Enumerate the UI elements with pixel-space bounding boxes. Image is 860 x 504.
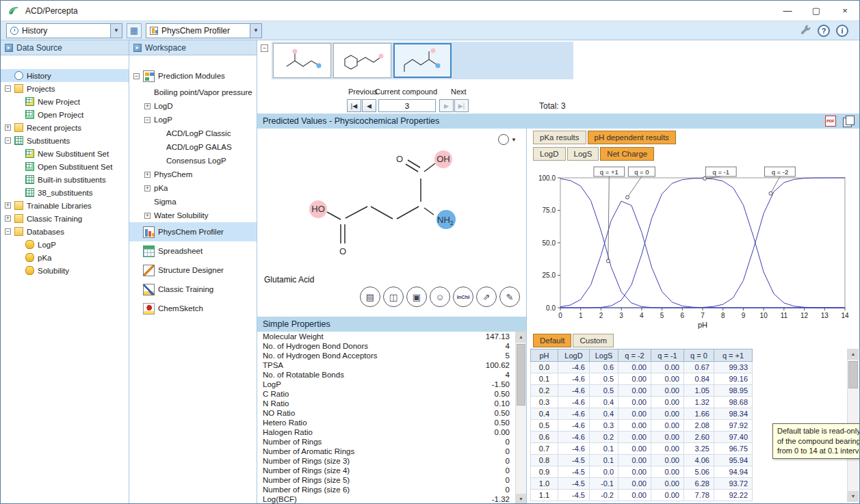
property-row[interactable]: Number of Rings (size 6) 0 bbox=[257, 485, 515, 494]
cell-logs[interactable]: 0.3 bbox=[590, 420, 618, 432]
table-row[interactable]: 0.4 -4.6 0.4 0.00 0.00 1.66 98.34 bbox=[531, 408, 753, 420]
tree-item[interactable]: Substituents bbox=[1, 134, 129, 147]
current-compound-input[interactable] bbox=[378, 99, 436, 112]
cell-q-minus1[interactable]: 0.00 bbox=[651, 420, 684, 432]
tree-item[interactable]: Solubility bbox=[1, 264, 129, 277]
tree-item[interactable]: Classic Training bbox=[1, 212, 129, 225]
property-row[interactable]: NO Ratio 0.50 bbox=[257, 408, 515, 418]
tree-item[interactable]: History bbox=[1, 69, 129, 82]
cell-q-plus1[interactable]: 95.94 bbox=[714, 455, 753, 466]
chevron-down-icon[interactable]: ▼ bbox=[110, 24, 122, 38]
tree-item[interactable]: Open Substituent Set bbox=[1, 160, 129, 173]
cell-logs[interactable]: 0.5 bbox=[590, 385, 618, 397]
table-row[interactable]: 0.0 -4.6 0.6 0.00 0.00 0.67 99.33 bbox=[531, 362, 753, 373]
tree-item[interactable]: PhysChem bbox=[129, 168, 257, 181]
cell-q-minus1[interactable]: 0.00 bbox=[651, 443, 684, 455]
table-row[interactable]: 1.1 -4.5 -0.2 0.00 0.00 7.78 92.22 bbox=[531, 490, 753, 501]
cell-logd[interactable]: -4.6 bbox=[558, 397, 590, 408]
cell-logd[interactable]: -4.5 bbox=[558, 466, 590, 478]
table-row[interactable]: 0.8 -4.5 0.1 0.00 0.00 4.06 95.94 bbox=[531, 455, 753, 466]
property-row[interactable]: Number of Rings (size 5) 0 bbox=[257, 475, 515, 485]
scroll-up-icon[interactable] bbox=[848, 349, 859, 360]
cell-q-plus1[interactable]: 98.34 bbox=[714, 408, 753, 420]
module-dropdown[interactable]: PhysChem Profiler ▼ bbox=[146, 23, 262, 38]
display-options-dropdown[interactable]: ▼ bbox=[498, 134, 517, 145]
table-row[interactable]: 1.0 -4.5 -0.1 0.00 0.00 6.28 93.72 bbox=[531, 478, 753, 490]
tree-item[interactable]: New Project bbox=[1, 95, 129, 108]
tree-item[interactable]: Structure Designer bbox=[129, 261, 257, 280]
cell-q-minus2[interactable]: 0.00 bbox=[618, 432, 651, 443]
cell-q-0[interactable]: 7.78 bbox=[684, 490, 714, 501]
cell-ph[interactable]: 0.4 bbox=[531, 408, 558, 420]
cell-ph[interactable]: 0.6 bbox=[531, 432, 558, 443]
cell-q-minus2[interactable]: 0.00 bbox=[618, 455, 651, 466]
compound-thumbnail[interactable] bbox=[333, 43, 391, 78]
tree-item[interactable]: Boiling point/Vapor pressure bbox=[129, 85, 257, 99]
table-mode-tab[interactable]: Default bbox=[533, 334, 571, 347]
tree-item[interactable]: New Substituent Set bbox=[1, 147, 129, 160]
scroll-down-icon[interactable] bbox=[516, 494, 526, 504]
cell-q-plus1[interactable]: 99.16 bbox=[714, 373, 753, 385]
expander-icon[interactable] bbox=[144, 117, 151, 123]
cell-q-minus2[interactable]: 0.00 bbox=[618, 373, 651, 385]
inchi-icon[interactable]: InChI bbox=[453, 287, 473, 307]
expander-icon[interactable] bbox=[144, 172, 151, 178]
tree-item[interactable]: Projects bbox=[1, 82, 129, 95]
cell-ph[interactable]: 1.1 bbox=[531, 490, 558, 501]
tree-item[interactable]: LogP bbox=[129, 113, 257, 127]
cell-q-plus1[interactable]: 92.22 bbox=[714, 490, 753, 501]
results-tab[interactable]: pH dependent results bbox=[588, 131, 676, 144]
cell-q-0[interactable]: 2.08 bbox=[684, 420, 714, 432]
cell-logd[interactable]: -4.6 bbox=[558, 362, 590, 373]
chevron-down-icon[interactable]: ▼ bbox=[250, 24, 261, 38]
cell-q-minus2[interactable]: 0.00 bbox=[618, 443, 651, 455]
cell-q-0[interactable]: 2.60 bbox=[684, 432, 714, 443]
cell-ph[interactable]: 0.9 bbox=[531, 466, 558, 478]
expander-icon[interactable] bbox=[5, 228, 11, 235]
magnify-structure-icon[interactable]: ◫ bbox=[383, 287, 404, 307]
column-header[interactable]: q = +1 bbox=[714, 349, 753, 362]
result-type-tab[interactable]: Net Charge bbox=[600, 147, 654, 161]
cell-logd[interactable]: -4.6 bbox=[558, 373, 590, 385]
property-row[interactable]: Number of Rings (size 4) 0 bbox=[257, 466, 515, 475]
cell-q-plus1[interactable]: 94.94 bbox=[714, 466, 753, 478]
help-button[interactable]: ? bbox=[818, 25, 830, 37]
dictionary-icon[interactable]: ▣ bbox=[406, 287, 427, 307]
tools-icon[interactable] bbox=[800, 25, 811, 36]
export-structure-icon[interactable]: ⇗ bbox=[476, 287, 497, 307]
cell-q-0[interactable]: 1.05 bbox=[684, 385, 714, 397]
cell-q-minus2[interactable]: 0.00 bbox=[618, 490, 651, 501]
tree-item[interactable]: Built-in substituents bbox=[1, 173, 129, 186]
tree-item[interactable]: ACD/LogP GALAS bbox=[129, 140, 257, 154]
column-header[interactable]: q = 0 bbox=[684, 349, 714, 362]
tree-item[interactable]: ACD/LogP Classic bbox=[129, 127, 257, 140]
table-row[interactable]: 0.9 -4.5 0.0 0.00 0.00 5.06 94.94 bbox=[531, 466, 753, 478]
table-row[interactable]: 0.3 -4.6 0.4 0.00 0.00 1.32 98.68 bbox=[531, 397, 753, 408]
column-header[interactable]: q = -1 bbox=[651, 349, 684, 362]
tree-item[interactable]: pKa bbox=[1, 251, 129, 264]
cell-ph[interactable]: 0.7 bbox=[531, 443, 558, 455]
table-row[interactable]: 0.5 -4.6 0.3 0.00 0.00 2.08 97.92 bbox=[531, 420, 753, 432]
property-row[interactable]: Halogen Ratio 0.00 bbox=[257, 427, 515, 437]
cell-q-0[interactable]: 1.32 bbox=[684, 397, 714, 408]
cell-logs[interactable]: 0.6 bbox=[590, 362, 618, 373]
cell-q-minus2[interactable]: 0.00 bbox=[618, 362, 651, 373]
property-row[interactable]: No. of Hydrogen Bond Acceptors 5 bbox=[257, 351, 515, 360]
expander-icon[interactable] bbox=[144, 213, 151, 219]
cell-q-plus1[interactable]: 98.68 bbox=[714, 397, 753, 408]
column-header[interactable]: pH bbox=[531, 349, 558, 362]
property-row[interactable]: TPSA 100.62 bbox=[257, 360, 515, 370]
tree-item[interactable]: pKa bbox=[129, 181, 257, 195]
cell-q-minus1[interactable]: 0.00 bbox=[651, 478, 684, 490]
cell-q-plus1[interactable]: 97.92 bbox=[714, 420, 753, 432]
property-row[interactable]: Number of Rings (size 3) 0 bbox=[257, 456, 515, 466]
workspace-grid-button[interactable] bbox=[127, 23, 142, 38]
cell-q-minus1[interactable]: 0.00 bbox=[651, 373, 684, 385]
cell-q-plus1[interactable]: 97.40 bbox=[714, 432, 753, 443]
expander-icon[interactable] bbox=[144, 103, 151, 109]
previous-compound-button[interactable]: ◀ bbox=[362, 99, 376, 112]
maximize-button[interactable]: ▢ bbox=[802, 1, 831, 21]
info-button[interactable]: i bbox=[836, 25, 848, 37]
close-button[interactable]: × bbox=[831, 1, 859, 21]
edit-structure-icon[interactable]: ✎ bbox=[499, 287, 520, 307]
